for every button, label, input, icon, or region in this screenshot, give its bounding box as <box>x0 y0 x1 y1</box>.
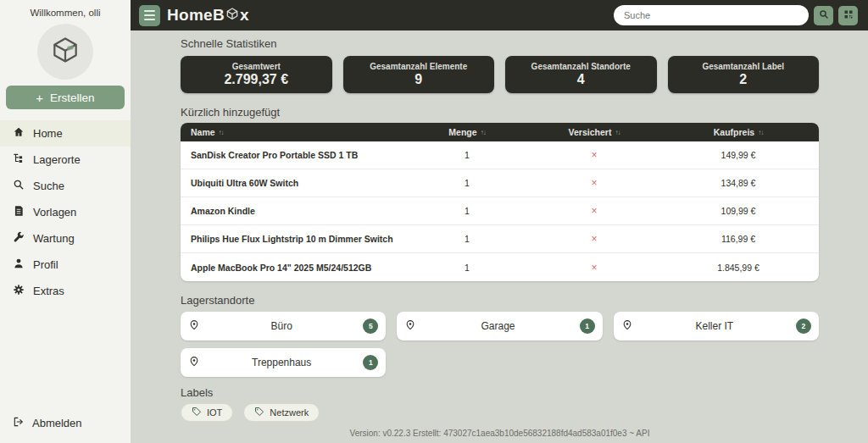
logout-label: Abmelden <box>32 417 82 429</box>
location-name: Garage <box>416 320 579 332</box>
stat-value: 2 <box>739 72 747 87</box>
person-icon <box>13 257 25 272</box>
hamburger-menu-button[interactable] <box>139 5 160 26</box>
location-card-buero[interactable]: Büro 5 <box>181 312 386 341</box>
column-header-menge[interactable]: Menge ↑↓ <box>403 127 531 137</box>
content: Schnelle Statistiken Gesamtwert 2.799,37… <box>131 30 868 443</box>
stat-label: Gesamtanzahl Label <box>702 62 784 71</box>
search-icon <box>13 179 25 193</box>
logout-button[interactable]: Abmelden <box>0 410 131 436</box>
create-button[interactable]: + Erstellen <box>6 86 125 109</box>
sidebar-item-lagerorte[interactable]: Lagerorte <box>0 147 131 173</box>
location-card-treppenhaus[interactable]: Treppenhaus 1 <box>181 348 386 377</box>
locations-section-title: Lagerstandorte <box>181 294 819 307</box>
item-quantity: 1 <box>403 178 531 188</box>
location-card-garage[interactable]: Garage 1 <box>397 312 602 341</box>
item-quantity: 1 <box>403 150 531 160</box>
stat-card-standorte: Gesamtanzahl Standorte 4 <box>505 56 657 93</box>
recent-section-title: Kürzlich hinzugefügt <box>181 106 819 119</box>
not-insured-icon: × <box>591 233 597 245</box>
label-chip-text: IOT <box>207 407 222 418</box>
label-chip-iot[interactable]: IOT <box>181 403 233 422</box>
location-count-badge: 1 <box>363 355 378 370</box>
column-label: Name <box>191 127 215 137</box>
location-pin-icon <box>621 318 633 334</box>
item-quantity: 1 <box>403 234 531 244</box>
sidebar-item-label: Lagerorte <box>33 153 81 166</box>
hamburger-icon <box>144 10 155 12</box>
table-row[interactable]: Ubiquiti Ultra 60W Switch 1 × 134,89 € <box>181 169 819 197</box>
location-card-keller-it[interactable]: Keller IT 2 <box>614 312 819 341</box>
plus-icon: + <box>36 91 43 104</box>
sort-icon: ↑↓ <box>615 129 620 136</box>
logout-icon <box>13 416 25 430</box>
table-header: Name ↑↓ Menge ↑↓ Versichert ↑↓ Kaufpreis… <box>181 123 819 141</box>
sidebar-item-profil[interactable]: Profil <box>0 252 131 278</box>
column-header-kaufpreis[interactable]: Kaufpreis ↑↓ <box>658 127 819 137</box>
app-logo-text-suffix: x <box>240 6 249 25</box>
sort-icon: ↑↓ <box>219 129 224 136</box>
not-insured-icon: × <box>591 262 597 274</box>
box-logo-icon <box>225 6 240 25</box>
gear-icon <box>13 284 25 298</box>
label-chip-text: Netzwerk <box>270 407 309 418</box>
table-row[interactable]: Apple MacBook Pro 14" 2025 M5/24/512GB 1… <box>181 253 819 281</box>
sidebar-item-label: Suche <box>33 180 64 192</box>
stat-label: Gesamtanzahl Elemente <box>370 62 467 71</box>
sidebar-item-label: Vorlagen <box>33 206 76 219</box>
stat-label: Gesamtanzahl Standorte <box>531 62 631 71</box>
sidebar-nav: Home Lagerorte Suche <box>0 120 131 304</box>
create-button-label: Erstellen <box>50 91 95 104</box>
column-header-versichert[interactable]: Versichert ↑↓ <box>531 127 658 137</box>
sidebar-item-vorlagen[interactable]: Vorlagen <box>0 199 131 225</box>
app-window: Willkommen, olli + Erstellen Home <box>0 0 868 443</box>
sidebar-item-label: Wartung <box>33 232 75 245</box>
wrench-icon <box>13 231 25 246</box>
sidebar-item-extras[interactable]: Extras <box>0 278 131 304</box>
column-label: Versichert <box>569 127 612 137</box>
qr-scan-icon <box>843 9 854 22</box>
sort-icon: ↑↓ <box>481 129 486 136</box>
sidebar-item-suche[interactable]: Suche <box>0 173 131 199</box>
column-header-name[interactable]: Name ↑↓ <box>181 127 403 137</box>
item-name: Philips Hue Flux Lightstrip 10 m Dimmer … <box>181 234 403 244</box>
table-row[interactable]: Philips Hue Flux Lightstrip 10 m Dimmer … <box>181 225 819 253</box>
label-chip-netzwerk[interactable]: Netzwerk <box>243 403 320 422</box>
item-name: Apple MacBook Pro 14" 2025 M5/24/512GB <box>181 263 403 273</box>
search-submit-button[interactable] <box>814 6 833 25</box>
item-price: 134,89 € <box>658 178 819 188</box>
app-logo: HomeB x <box>167 6 249 25</box>
home-icon <box>13 126 25 141</box>
sidebar-item-home[interactable]: Home <box>0 120 131 147</box>
sidebar-item-label: Profil <box>33 258 58 271</box>
document-icon <box>13 205 25 219</box>
recent-items-table: Name ↑↓ Menge ↑↓ Versichert ↑↓ Kaufpreis… <box>181 123 819 281</box>
sort-icon: ↑↓ <box>758 129 763 136</box>
label-chips: IOT Netzwerk <box>181 403 819 422</box>
stat-card-gesamtwert: Gesamtwert 2.799,37 € <box>181 56 332 93</box>
stat-card-label: Gesamtanzahl Label 2 <box>668 56 820 93</box>
sidebar-item-wartung[interactable]: Wartung <box>0 225 131 252</box>
item-price: 116,99 € <box>658 234 819 244</box>
tag-icon <box>254 407 264 418</box>
location-count-badge: 1 <box>580 318 595 334</box>
app-logo-text-prefix: HomeB <box>167 6 225 25</box>
stat-value: 2.799,37 € <box>224 72 288 87</box>
location-pin-icon <box>404 318 416 334</box>
table-row[interactable]: Amazon Kindle 1 × 109,99 € <box>181 197 819 225</box>
locations-grid: Büro 5 Garage 1 Keller IT 2 <box>181 312 819 377</box>
location-name: Keller IT <box>633 320 796 332</box>
item-name: Amazon Kindle <box>181 206 403 216</box>
main-area: HomeB x <box>131 0 868 443</box>
table-row[interactable]: SanDisk Creator Pro Portable SSD 1 TB 1 … <box>181 141 819 169</box>
location-count-badge: 5 <box>363 318 378 334</box>
tag-icon <box>192 407 202 418</box>
tree-icon <box>13 152 25 167</box>
avatar[interactable] <box>37 24 93 80</box>
qr-scan-button[interactable] <box>838 6 858 25</box>
search-input[interactable] <box>614 5 809 25</box>
location-pin-icon <box>188 355 200 370</box>
column-label: Menge <box>448 127 476 137</box>
sidebar-item-label: Extras <box>33 285 64 297</box>
welcome-text: Willkommen, olli <box>0 0 131 18</box>
